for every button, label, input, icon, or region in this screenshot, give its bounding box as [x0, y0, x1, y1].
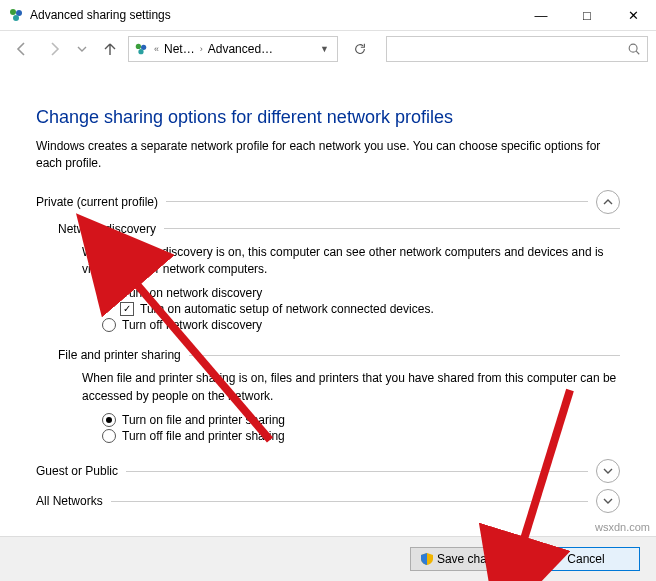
radio-icon — [102, 429, 116, 443]
svg-point-4 — [141, 45, 146, 50]
breadcrumb-icon — [133, 41, 149, 57]
svg-point-5 — [138, 49, 143, 54]
recent-locations-button[interactable] — [72, 35, 92, 63]
nav-bar: « Net… › Advanced… ▼ — [0, 31, 656, 67]
checkbox-nd-auto[interactable]: Turn on automatic setup of network conne… — [120, 302, 620, 316]
breadcrumb-sep-icon: › — [197, 44, 206, 54]
window-controls: — □ ✕ — [518, 0, 656, 30]
section-allnet-header[interactable]: All Networks — [36, 489, 620, 513]
divider — [126, 471, 588, 472]
radio-fp-on-label: Turn on file and printer sharing — [122, 413, 285, 427]
divider — [111, 501, 588, 502]
file-printer-options: Turn on file and printer sharing Turn of… — [102, 413, 620, 443]
breadcrumb[interactable]: « Net… › Advanced… ▼ — [128, 36, 338, 62]
page-title: Change sharing options for different net… — [36, 107, 620, 128]
subsection-file-printer-header: File and printer sharing — [58, 348, 620, 362]
shield-icon — [421, 553, 433, 565]
save-changes-label: Save changes — [437, 552, 513, 566]
watermark: wsxdn.com — [595, 521, 650, 533]
search-input[interactable] — [386, 36, 648, 62]
section-private-label: Private (current profile) — [36, 195, 158, 209]
radio-fp-on[interactable]: Turn on file and printer sharing — [102, 413, 620, 427]
subsection-network-discovery-label: Network discovery — [58, 222, 156, 236]
radio-nd-on[interactable]: Turn on network discovery — [102, 286, 620, 300]
radio-nd-off[interactable]: Turn off network discovery — [102, 318, 620, 332]
svg-point-0 — [10, 9, 16, 15]
forward-button[interactable] — [40, 35, 68, 63]
breadcrumb-sep-icon: « — [151, 44, 162, 54]
breadcrumb-item-1[interactable]: Net… — [164, 42, 195, 56]
cancel-label: Cancel — [567, 552, 604, 566]
divider — [164, 228, 620, 229]
checkbox-nd-auto-label: Turn on automatic setup of network conne… — [140, 302, 434, 316]
network-discovery-description: When network discovery is on, this compu… — [82, 244, 620, 279]
radio-icon — [102, 286, 116, 300]
footer-bar: Save changes Cancel — [0, 536, 656, 581]
title-bar: Advanced sharing settings — □ ✕ — [0, 0, 656, 31]
divider — [189, 355, 620, 356]
radio-icon — [102, 413, 116, 427]
chevron-down-icon[interactable] — [596, 459, 620, 483]
svg-point-1 — [16, 10, 22, 16]
file-printer-description: When file and printer sharing is on, fil… — [82, 370, 620, 405]
page-description: Windows creates a separate network profi… — [36, 138, 620, 172]
network-discovery-options: Turn on network discovery Turn on automa… — [102, 286, 620, 332]
section-private-body: Network discovery When network discovery… — [58, 222, 620, 444]
svg-line-7 — [636, 51, 639, 54]
chevron-up-icon[interactable] — [596, 190, 620, 214]
radio-nd-on-label: Turn on network discovery — [122, 286, 262, 300]
svg-point-3 — [136, 44, 141, 49]
save-changes-button[interactable]: Save changes — [410, 547, 524, 571]
checkbox-icon — [120, 302, 134, 316]
breadcrumb-dropdown-icon[interactable]: ▼ — [316, 44, 333, 54]
cancel-button[interactable]: Cancel — [532, 547, 640, 571]
chevron-down-icon[interactable] — [596, 489, 620, 513]
subsection-file-printer-label: File and printer sharing — [58, 348, 181, 362]
content-area: Change sharing options for different net… — [0, 67, 656, 513]
section-guest-header[interactable]: Guest or Public — [36, 459, 620, 483]
close-button[interactable]: ✕ — [610, 0, 656, 30]
refresh-button[interactable] — [346, 35, 374, 63]
minimize-button[interactable]: — — [518, 0, 564, 30]
divider — [166, 201, 588, 202]
back-button[interactable] — [8, 35, 36, 63]
section-allnet-label: All Networks — [36, 494, 103, 508]
search-icon — [627, 42, 641, 56]
radio-fp-off[interactable]: Turn off file and printer sharing — [102, 429, 620, 443]
breadcrumb-item-2[interactable]: Advanced… — [208, 42, 273, 56]
radio-fp-off-label: Turn off file and printer sharing — [122, 429, 285, 443]
up-button[interactable] — [96, 35, 124, 63]
radio-nd-off-label: Turn off network discovery — [122, 318, 262, 332]
app-icon — [8, 7, 24, 23]
section-private-header[interactable]: Private (current profile) — [36, 190, 620, 214]
radio-icon — [102, 318, 116, 332]
window-title: Advanced sharing settings — [30, 8, 518, 22]
section-guest-label: Guest or Public — [36, 464, 118, 478]
maximize-button[interactable]: □ — [564, 0, 610, 30]
subsection-network-discovery-header: Network discovery — [58, 222, 620, 236]
svg-point-2 — [13, 15, 19, 21]
svg-point-6 — [629, 44, 637, 52]
